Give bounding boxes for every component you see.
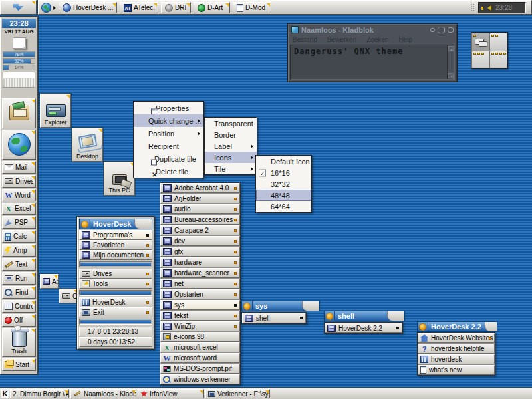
sticky-note-tile[interactable] [2, 35, 36, 51]
menu-help[interactable]: Help [399, 36, 413, 43]
desktop-tile-explorer[interactable]: Explorer [40, 94, 71, 128]
sidebar-item-psp[interactable]: PSP [2, 216, 36, 229]
speaker-icon[interactable] [487, 5, 491, 11]
menu-bestand[interactable]: Bestand [293, 36, 317, 43]
panel-title-shell[interactable]: shell [324, 311, 405, 321]
sidebar-item-start[interactable]: Start [2, 358, 36, 371]
panel-item-hoverdesk[interactable]: HoverDesk [79, 297, 152, 307]
window-titlebar[interactable]: Naamloos - Kladblok [288, 24, 457, 35]
menu-item-ms-dos-prompt[interactable]: MS-DOS-prompt.pif [160, 364, 240, 374]
menu-item-opstarten[interactable]: Opstarten [160, 289, 240, 299]
launcher-item-dri[interactable]: DRI [161, 2, 191, 13]
expand-caret-icon[interactable] [53, 6, 56, 10]
menu-item-ms-word[interactable]: microsoft word [160, 353, 240, 363]
panel-item-mijn-documenten[interactable]: Mijn documenten [79, 250, 152, 260]
menu-item-label[interactable]: Label [205, 140, 257, 152]
menu-item-windows-verkenner[interactable]: windows verkenner [160, 374, 240, 384]
panel-item-hoverdesk-websites[interactable]: HoverDesk Websites [418, 333, 495, 343]
sidebar-item-text[interactable]: Text [2, 258, 36, 271]
menu-zoeken[interactable]: Zoeken [366, 36, 388, 43]
menu-item-gfx[interactable]: gfx [160, 247, 240, 257]
launcher-item-hoverdesk[interactable]: HoverDesk ... [59, 2, 117, 13]
panel-item-programmas[interactable]: Programma's [79, 230, 152, 240]
menu-item-duplicate-tile[interactable]: Duplicate tile [134, 152, 203, 165]
menu-item-net[interactable]: net [160, 279, 240, 289]
panel-item-favorieten[interactable]: Favorieten [79, 240, 152, 250]
sidebar-item-control[interactable]: Control [2, 300, 36, 313]
launcher-item-d-mod[interactable]: D-Mod [233, 2, 271, 13]
menu-item-arjfolder[interactable]: ArjFolder [160, 194, 240, 203]
task-button-winamp[interactable]: 2. Dimmu Borgir \ A... [10, 389, 69, 398]
panel-item-shell[interactable]: shell [242, 313, 306, 323]
menu-item-border[interactable]: Border [205, 129, 257, 140]
menu-item-48[interactable]: 48*48 [256, 190, 311, 201]
k-menu-button[interactable]: K [1, 389, 9, 398]
panel-item-hoverdesk-app[interactable]: hoverdesk [418, 354, 495, 364]
panel-title-hoverdesk[interactable]: HoverDesk [79, 219, 152, 229]
pager-cell-active[interactable] [472, 33, 489, 51]
trash-tile[interactable]: Trash [2, 328, 36, 357]
notepad-text-area[interactable]: Dangeruss' QNX theme [290, 45, 455, 80]
menu-item-hardware[interactable]: hardware [160, 257, 240, 267]
drive-button-c[interactable]: C: [59, 289, 78, 303]
menu-item-dev[interactable]: dev [160, 236, 240, 246]
pager-cell[interactable] [490, 33, 507, 51]
launcher-item-d-art[interactable]: D-Art [194, 2, 230, 13]
menu-item-bureau-accessoires[interactable]: Bureau-accessoires [160, 215, 240, 225]
menu-item-default-icon[interactable]: Default Icon [256, 156, 311, 167]
launcher-item-atelec[interactable]: AT ATelec. [120, 2, 158, 13]
desktop-tile-this-pc[interactable]: This PC [104, 162, 135, 196]
panel-item-whats-new[interactable]: what's new [418, 365, 495, 375]
menu-item-adobe-acrobat[interactable]: Adobe Acrobat 4.0 [160, 183, 240, 193]
panel-title-sys[interactable]: sys [241, 301, 320, 311]
sidebar-item-excel[interactable]: Excel [2, 203, 36, 215]
panel-title-hoverdesk22[interactable]: HoverDesk 2.2 [417, 321, 497, 332]
menu-item-ms-excel[interactable]: microsoft excel [160, 342, 240, 352]
close-button[interactable] [448, 27, 454, 33]
task-button-verkenner[interactable]: Verkenner - E:\sys... [205, 389, 270, 398]
menu-item-tile[interactable]: Tile [205, 163, 257, 174]
globe-icon[interactable] [41, 3, 51, 13]
drive-button-a[interactable]: A: [40, 274, 59, 289]
menu-item-transparent[interactable]: Transparent [205, 118, 257, 129]
menu-item-delete-tile[interactable]: Delete tile [134, 165, 203, 178]
sidebar-item-drives[interactable]: Drives [2, 175, 36, 188]
sidebar-tile-desk[interactable] [2, 98, 36, 128]
maximize-button[interactable] [438, 27, 445, 33]
sidebar-tile-globe[interactable] [2, 130, 36, 160]
sidebar-item-calc[interactable]: Calc [2, 230, 36, 243]
sidebar-item-find[interactable]: Find [2, 286, 36, 299]
menu-item-32[interactable]: 32*32 [256, 178, 311, 190]
menu-item-properties[interactable]: Properties [134, 102, 203, 114]
menu-item-tekst[interactable]: tekst [160, 311, 240, 321]
menu-item-winzip[interactable]: WinZip [160, 321, 240, 331]
corner-launcher-button[interactable] [0, 0, 37, 15]
panel-item-drives[interactable]: Drives [79, 269, 152, 279]
pager-cell[interactable] [490, 51, 507, 68]
menu-item-e-icons[interactable]: e-icons 98 [160, 332, 240, 342]
scrollbar[interactable] [447, 45, 454, 79]
menu-item-64[interactable]: 64*64 [256, 201, 311, 212]
menu-item-quick-change[interactable]: Quick change ... [134, 114, 203, 127]
task-button-irfanview[interactable]: IrfanView [138, 389, 204, 398]
menu-item-icons[interactable]: Icons [205, 152, 257, 163]
menu-item-audio[interactable]: audio [160, 204, 240, 214]
panel-item-hoverdesk-helpfile[interactable]: hoverdesk helpfile [418, 344, 495, 354]
sidebar-item-word[interactable]: Word [2, 189, 36, 201]
panel-item-tools[interactable]: Tools [79, 279, 152, 289]
pager-cell[interactable] [472, 51, 489, 68]
grip-handle[interactable] [471, 3, 475, 12]
sidebar-item-run[interactable]: Run [2, 272, 36, 285]
desktop-tile-desktop[interactable]: Desktop [72, 128, 103, 162]
menu-item-position[interactable]: Position [134, 127, 203, 140]
menu-item-recipient[interactable]: Recipient [134, 140, 203, 152]
panel-item-hoverdesk-22[interactable]: HoverDesk 2.2 [325, 323, 402, 333]
sidebar-item-amp[interactable]: Amp [2, 244, 36, 257]
menu-item-16[interactable]: 16*16 [256, 167, 311, 178]
panel-item-exit[interactable]: Exit [79, 307, 152, 317]
task-button-kladblok[interactable]: Naamloos - Kladblok [70, 389, 136, 398]
minimize-button[interactable] [430, 28, 435, 32]
menu-item-carapace[interactable]: Carapace 2 [160, 225, 240, 235]
scroll-up-icon[interactable] [448, 46, 454, 51]
sidebar-item-mail[interactable]: Mail [2, 161, 36, 174]
